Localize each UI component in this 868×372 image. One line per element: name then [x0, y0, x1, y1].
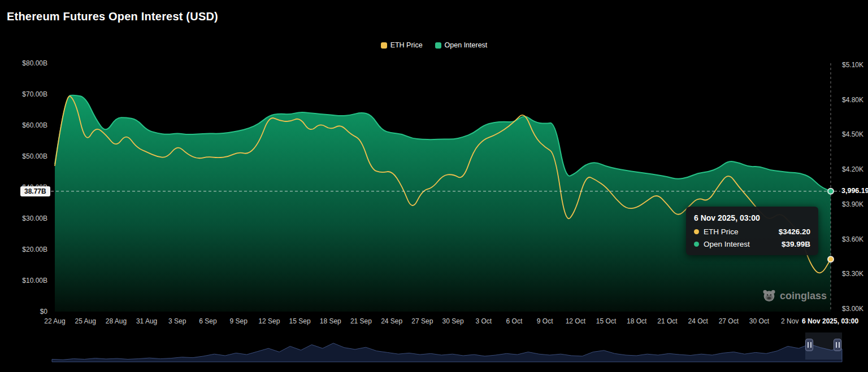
crosshair-date-label: 6 Nov 2025, 03:00	[802, 317, 858, 325]
left-axis-tick: $60.00B	[0, 121, 47, 129]
series-dot-icon	[694, 229, 699, 234]
right-axis-tick: $3.60K	[842, 235, 863, 243]
right-axis-tick: $4.80K	[842, 96, 863, 104]
right-axis-tick: $4.20K	[842, 165, 863, 173]
price-open-interest-chart[interactable]	[0, 0, 868, 372]
right-axis-tick: $3.30K	[842, 270, 863, 278]
oi-current-value-badge: 38.77B	[20, 186, 50, 196]
tooltip-series-value: $3426.20	[779, 227, 810, 236]
series-dot-icon	[694, 242, 699, 247]
tooltip-title: 6 Nov 2025, 03:00	[694, 213, 810, 222]
left-axis-tick: $80.00B	[0, 59, 47, 67]
left-axis-tick: $10.00B	[0, 277, 47, 285]
navigator-handle-left[interactable]	[805, 339, 813, 351]
tooltip-rows: ETH Price$3426.20Open Interest$39.99B	[694, 227, 810, 248]
open-interest-last-dot	[828, 189, 834, 194]
left-axis-tick: $70.00B	[0, 90, 47, 98]
right-axis-tick: $4.50K	[842, 130, 863, 138]
coinglass-wordmark: coinglass	[780, 290, 827, 302]
coinglass-logo-icon	[762, 289, 776, 303]
eth-price-last-dot	[828, 256, 834, 262]
left-axis-tick: $20.00B	[0, 246, 47, 253]
coinglass-watermark: coinglass	[762, 289, 827, 303]
price-axis-current-value: 3,996.19	[841, 187, 868, 195]
navigator[interactable]	[0, 330, 868, 372]
right-axis-tick: $5.10K	[842, 61, 863, 69]
tooltip-series-value: $39.99B	[782, 240, 810, 248]
right-axis-tick: $3.00K	[842, 305, 863, 313]
left-axis-tick: $0	[0, 308, 47, 316]
open-interest-area	[55, 95, 831, 312]
tooltip-row-open-interest: Open Interest$39.99B	[694, 240, 810, 248]
left-axis-tick: $30.00B	[0, 215, 47, 222]
tooltip-row-eth-price: ETH Price$3426.20	[694, 227, 810, 236]
tooltip-series-label: Open Interest	[704, 240, 750, 248]
right-axis-tick: $3.90K	[842, 200, 863, 208]
tooltip: 6 Nov 2025, 03:00 ETH Price$3426.20Open …	[686, 207, 818, 255]
tooltip-series-label: ETH Price	[704, 227, 739, 236]
navigator-series	[52, 343, 842, 362]
left-axis-tick: $50.00B	[0, 152, 47, 160]
navigator-handle-right[interactable]	[834, 339, 841, 351]
